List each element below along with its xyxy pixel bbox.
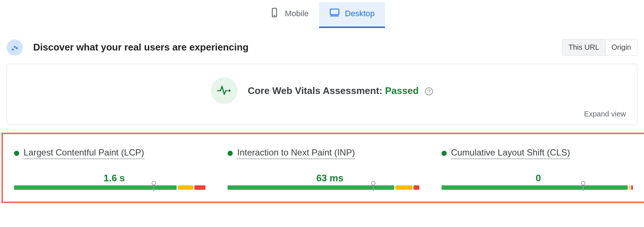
scope-origin[interactable]: Origin [605,39,637,55]
tab-desktop[interactable]: Desktop [319,2,385,28]
svg-rect-2 [330,9,339,15]
help-icon[interactable]: ? [425,87,433,95]
desktop-icon [329,7,340,20]
field-data-icon [7,39,23,56]
expand-view-link[interactable]: Expand view [584,110,626,118]
mobile-icon [269,7,280,20]
svg-point-5 [14,46,16,48]
svg-point-7 [228,90,231,92]
heading-row: Discover what your real users are experi… [0,28,644,56]
tab-desktop-label: Desktop [345,9,375,18]
assessment-row: Core Web Vitals Assessment: Passed ? [18,77,626,104]
device-tabs: Mobile Desktop [0,0,644,28]
vitals-panel: Core Web Vitals Assessment: Passed ? Exp… [7,64,637,125]
tab-mobile-label: Mobile [285,9,309,18]
scope-this-url[interactable]: This URL [562,39,605,55]
svg-point-4 [12,48,14,50]
assessment-text: Core Web Vitals Assessment: Passed ? [248,85,433,97]
assessment-label: Core Web Vitals Assessment: [248,85,385,96]
assessment-status: Passed [385,85,419,96]
svg-point-6 [16,47,18,49]
scope-toggle: This URL Origin [562,39,637,56]
tab-mobile[interactable]: Mobile [259,2,319,28]
heading-left: Discover what your real users are experi… [7,39,249,56]
page-title: Discover what your real users are experi… [33,42,249,53]
pulse-icon [211,77,238,104]
